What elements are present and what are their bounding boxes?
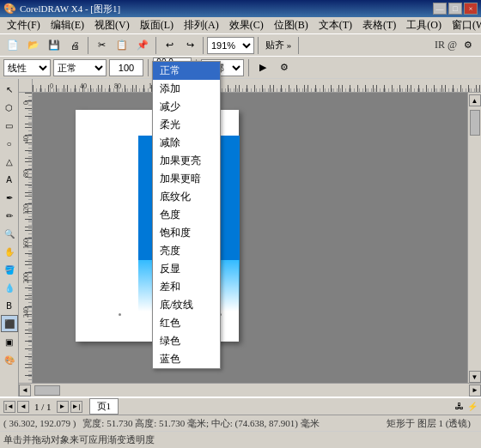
statusbar-top: |◄ ◄ 1 / 1 ► ►| 页1 🖧 ⚡	[0, 398, 481, 415]
dropdown-item-saturation[interactable]: 饱和度	[153, 224, 220, 242]
dropdown-item-brightness[interactable]: 亮度	[153, 242, 220, 260]
dropdown-item-darker[interactable]: 加果更暗	[153, 170, 220, 188]
separator-tb2-3	[248, 59, 249, 76]
new-button[interactable]: 📄	[3, 36, 22, 55]
menu-bitmap[interactable]: 位图(B)	[269, 16, 314, 34]
canvas-area-wrap: 0 40 80 120 160 0 40 80 120 160 200 240	[19, 79, 481, 397]
tool-color[interactable]: 🎨	[1, 351, 18, 368]
scroll-hthumb[interactable]	[34, 385, 60, 396]
scroll-right-button[interactable]: ►	[469, 384, 481, 397]
redo-button[interactable]: ↪	[180, 36, 199, 55]
dropdown-item-difference[interactable]: 差和	[153, 278, 220, 296]
tool-select[interactable]: ↖	[1, 81, 18, 98]
page-tab[interactable]: 页1	[89, 398, 119, 415]
scrollbar-right[interactable]: ▲ ▼	[467, 93, 481, 383]
cut-button[interactable]: ✂	[92, 36, 111, 55]
dropdown-item-red[interactable]: 红色	[153, 314, 220, 332]
scroll-left-button[interactable]: ◄	[19, 384, 31, 397]
scroll-up-button[interactable]: ▲	[469, 94, 481, 106]
tool-shape[interactable]: ⬡	[1, 99, 18, 116]
toolbar1: 📄 📂 💾 🖨 ✂ 📋 📌 ↩ ↪ 191% 100% 200% 贴齐 » IR…	[0, 34, 481, 57]
blend-dropdown: 正常 添加 减少 柔光 减除 加果更亮 加果更暗 底纹化 色度 饱和度 亮度 反…	[152, 61, 221, 369]
ruler-vertical: 0 40 80 120 160 200 240	[19, 93, 33, 383]
save-button[interactable]: 💾	[45, 36, 64, 55]
separator-tb2-1	[148, 59, 149, 76]
main-area: ↖ ⬡ ▭ ○ △ A ✒ ✏ 🔍 ✋ 🪣 💧 B ⬛ ▣ 🎨 0 40 80 …	[0, 79, 481, 397]
dropdown-item-invert[interactable]: 反显	[153, 260, 220, 278]
next-page-button[interactable]: ►	[57, 401, 69, 413]
first-page-button[interactable]: |◄	[3, 401, 15, 413]
ruler-top: 0 40 80 120 160	[19, 79, 481, 93]
menu-layout[interactable]: 版面(L)	[135, 16, 179, 34]
dropdown-item-hue[interactable]: 色度	[153, 206, 220, 224]
scrollbar-bottom: ◄ ►	[19, 383, 481, 397]
zoom-select[interactable]: 191% 100% 200%	[207, 37, 254, 54]
snap-label[interactable]: 贴齐 »	[262, 39, 295, 51]
print-button[interactable]: 🖨	[65, 36, 84, 55]
tool-fill[interactable]: 🪣	[1, 261, 18, 278]
tool-polygon[interactable]: △	[1, 153, 18, 170]
separator-4	[258, 37, 259, 54]
dropdown-item-softlight[interactable]: 柔光	[153, 116, 220, 134]
minimize-button[interactable]: —	[433, 3, 447, 15]
menu-file[interactable]: 文件(F)	[2, 16, 46, 34]
undo-button[interactable]: ↩	[160, 36, 179, 55]
tool-rectangle[interactable]: ▭	[1, 117, 18, 134]
menu-window[interactable]: 窗口(W)	[447, 16, 481, 34]
menu-edit[interactable]: 编辑(E)	[46, 16, 89, 34]
titlebar: 🎨 CorelDRAW X4 - [图形1] — □ ×	[0, 0, 481, 17]
options-button[interactable]: ⚙	[459, 36, 478, 55]
maximize-button[interactable]: □	[448, 3, 462, 15]
tool-eyedropper[interactable]: 💧	[1, 279, 18, 296]
dropdown-item-brighter[interactable]: 加果更亮	[153, 152, 220, 170]
dimensions-label: 宽度: 51.730 高度: 51.730 毫米; 中心: (74.638, 8…	[82, 417, 387, 430]
hint-bar: 单击并拖动对象来可应用渐变透明度	[0, 431, 481, 448]
paste-button[interactable]: 📌	[133, 36, 152, 55]
dropdown-item-remove[interactable]: 减除	[153, 134, 220, 152]
scroll-thumb[interactable]	[470, 110, 480, 136]
apply-button[interactable]: ▶	[253, 58, 272, 77]
hint-text: 单击并拖动对象来可应用渐变透明度	[3, 433, 155, 446]
open-button[interactable]: 📂	[24, 36, 43, 55]
menu-text[interactable]: 文本(T)	[314, 16, 357, 34]
dropdown-item-add[interactable]: 添加	[153, 80, 220, 98]
menu-tools[interactable]: 工具(O)	[401, 16, 447, 34]
tool-pen[interactable]: ✒	[1, 189, 18, 206]
dropdown-item-normal[interactable]: 正常	[153, 62, 220, 80]
canvas[interactable]	[33, 93, 467, 383]
tool-text[interactable]: A	[1, 171, 18, 188]
coordinates-label: ( 36.302, 192.079 )	[3, 418, 76, 428]
dropdown-item-blue[interactable]: 蓝色	[153, 350, 220, 368]
menu-arrange[interactable]: 排列(A)	[179, 16, 224, 34]
separator-3	[203, 37, 204, 54]
tool-ellipse[interactable]: ○	[1, 135, 18, 152]
dropdown-item-texture2[interactable]: 底/纹线	[153, 296, 220, 314]
prev-page-button[interactable]: ◄	[17, 401, 29, 413]
close-button[interactable]: ×	[464, 3, 478, 15]
page-dot-1	[119, 313, 121, 316]
toolbar2: 线性 正常 正常 添加 减少 柔光 减除 加果更亮 加果更暗 底纹化 色度 饱和…	[0, 57, 481, 79]
menubar: 文件(F) 编辑(E) 视图(V) 版面(L) 排列(A) 效果(C) 位图(B…	[0, 17, 481, 34]
last-page-button[interactable]: ►|	[70, 401, 82, 413]
scroll-down-button[interactable]: ▼	[469, 371, 481, 383]
dropdown-item-texture[interactable]: 底纹化	[153, 188, 220, 206]
blend-select-container: 正常 正常 添加 减少 柔光 减除 加果更亮 加果更暗 底纹化 色度 饱和度 亮…	[53, 59, 107, 76]
dropdown-item-green[interactable]: 绿色	[153, 332, 220, 350]
options2-button[interactable]: ⚙	[275, 58, 294, 77]
tool-pencil[interactable]: ✏	[1, 207, 18, 224]
copy-button[interactable]: 📋	[113, 36, 131, 55]
linear-blend-select[interactable]: 线性	[3, 59, 51, 76]
normal-blend-select[interactable]: 正常	[53, 59, 107, 76]
opacity-input[interactable]	[109, 59, 143, 76]
tool-shadow[interactable]: ▣	[1, 333, 18, 350]
menu-view[interactable]: 视图(V)	[89, 16, 135, 34]
menu-table[interactable]: 表格(T)	[357, 16, 401, 34]
tool-transparency[interactable]: ⬛	[1, 315, 18, 332]
tool-blend[interactable]: B	[1, 297, 18, 314]
dropdown-item-subtract[interactable]: 减少	[153, 98, 220, 116]
menu-effects[interactable]: 效果(C)	[224, 16, 269, 34]
ir-text: IR @	[435, 39, 457, 51]
tool-zoom[interactable]: 🔍	[1, 225, 18, 242]
shape-info: 矩形于 图层 1 (透镜)	[387, 417, 471, 430]
tool-pan[interactable]: ✋	[1, 243, 18, 260]
